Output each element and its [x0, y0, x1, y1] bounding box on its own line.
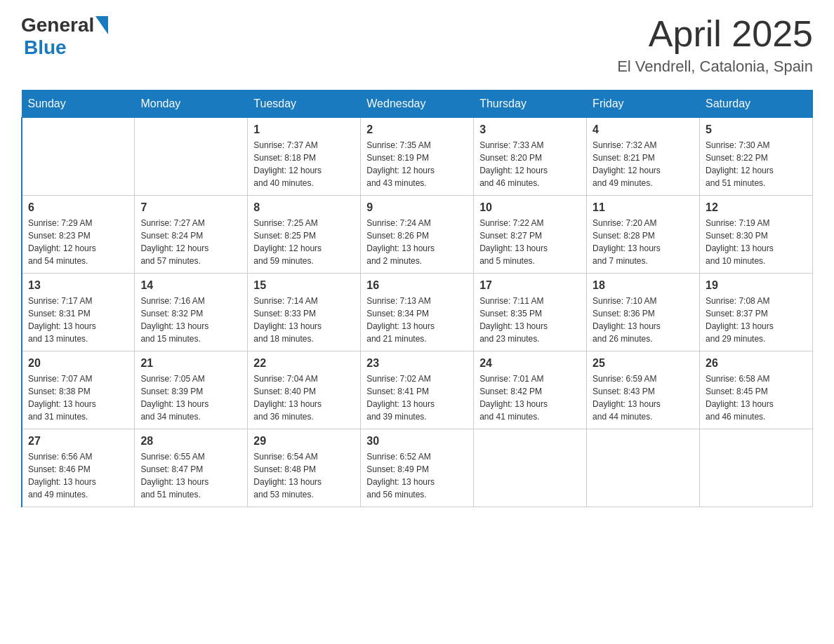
calendar-cell: 28Sunrise: 6:55 AM Sunset: 8:47 PM Dayli… — [135, 429, 248, 507]
day-number: 9 — [366, 201, 468, 214]
week-row-2: 6Sunrise: 7:29 AM Sunset: 8:23 PM Daylig… — [22, 196, 813, 274]
calendar-subtitle: El Vendrell, Catalonia, Spain — [617, 58, 813, 76]
calendar-cell: 19Sunrise: 7:08 AM Sunset: 8:37 PM Dayli… — [700, 274, 813, 351]
day-number: 8 — [253, 201, 355, 214]
day-info: Sunrise: 7:25 AM Sunset: 8:25 PM Dayligh… — [253, 217, 355, 267]
calendar-cell: 22Sunrise: 7:04 AM Sunset: 8:40 PM Dayli… — [248, 351, 361, 429]
day-number: 3 — [479, 123, 581, 136]
calendar-cell: 7Sunrise: 7:27 AM Sunset: 8:24 PM Daylig… — [135, 196, 248, 274]
day-number: 21 — [140, 357, 241, 370]
calendar-table: SundayMondayTuesdayWednesdayThursdayFrid… — [21, 90, 813, 507]
day-info: Sunrise: 7:13 AM Sunset: 8:34 PM Dayligh… — [366, 295, 468, 345]
logo-flag-icon — [95, 16, 108, 34]
calendar-cell: 26Sunrise: 6:58 AM Sunset: 8:45 PM Dayli… — [700, 351, 813, 429]
calendar-cell: 24Sunrise: 7:01 AM Sunset: 8:42 PM Dayli… — [474, 351, 587, 429]
logo-general-text: General — [21, 14, 94, 36]
svg-marker-0 — [95, 16, 108, 34]
calendar-cell: 17Sunrise: 7:11 AM Sunset: 8:35 PM Dayli… — [474, 274, 587, 351]
day-number: 1 — [253, 123, 355, 136]
calendar-cell: 14Sunrise: 7:16 AM Sunset: 8:32 PM Dayli… — [135, 274, 248, 351]
calendar-cell: 18Sunrise: 7:10 AM Sunset: 8:36 PM Dayli… — [587, 274, 700, 351]
day-number: 10 — [479, 201, 581, 214]
day-number: 20 — [28, 357, 128, 370]
day-number: 25 — [593, 357, 694, 370]
calendar-cell — [587, 429, 700, 507]
day-info: Sunrise: 7:24 AM Sunset: 8:26 PM Dayligh… — [366, 217, 468, 267]
day-info: Sunrise: 6:55 AM Sunset: 8:47 PM Dayligh… — [140, 450, 241, 501]
day-info: Sunrise: 7:22 AM Sunset: 8:27 PM Dayligh… — [479, 217, 581, 267]
calendar-cell: 21Sunrise: 7:05 AM Sunset: 8:39 PM Dayli… — [135, 351, 248, 429]
week-row-5: 27Sunrise: 6:56 AM Sunset: 8:46 PM Dayli… — [22, 429, 813, 507]
day-number: 2 — [366, 123, 468, 136]
calendar-cell: 16Sunrise: 7:13 AM Sunset: 8:34 PM Dayli… — [361, 274, 474, 351]
day-info: Sunrise: 7:19 AM Sunset: 8:30 PM Dayligh… — [706, 217, 807, 267]
day-info: Sunrise: 7:32 AM Sunset: 8:21 PM Dayligh… — [593, 139, 694, 189]
day-info: Sunrise: 7:11 AM Sunset: 8:35 PM Dayligh… — [479, 295, 581, 345]
weekday-header-row: SundayMondayTuesdayWednesdayThursdayFrid… — [22, 90, 813, 118]
week-row-4: 20Sunrise: 7:07 AM Sunset: 8:38 PM Dayli… — [22, 351, 813, 429]
calendar-cell: 29Sunrise: 6:54 AM Sunset: 8:48 PM Dayli… — [248, 429, 361, 507]
calendar-cell: 25Sunrise: 6:59 AM Sunset: 8:43 PM Dayli… — [587, 351, 700, 429]
day-info: Sunrise: 7:20 AM Sunset: 8:28 PM Dayligh… — [593, 217, 694, 267]
calendar-cell: 9Sunrise: 7:24 AM Sunset: 8:26 PM Daylig… — [361, 196, 474, 274]
day-info: Sunrise: 7:14 AM Sunset: 8:33 PM Dayligh… — [253, 295, 355, 345]
weekday-header-friday: Friday — [587, 90, 700, 118]
day-info: Sunrise: 7:17 AM Sunset: 8:31 PM Dayligh… — [28, 295, 128, 345]
day-number: 4 — [593, 123, 694, 136]
day-info: Sunrise: 7:27 AM Sunset: 8:24 PM Dayligh… — [140, 217, 241, 267]
day-number: 29 — [253, 435, 355, 448]
day-info: Sunrise: 7:04 AM Sunset: 8:40 PM Dayligh… — [253, 373, 355, 423]
day-info: Sunrise: 7:30 AM Sunset: 8:22 PM Dayligh… — [706, 139, 807, 189]
day-number: 23 — [366, 357, 468, 370]
calendar-cell: 8Sunrise: 7:25 AM Sunset: 8:25 PM Daylig… — [248, 196, 361, 274]
day-number: 14 — [140, 279, 241, 292]
weekday-header-saturday: Saturday — [700, 90, 813, 118]
day-info: Sunrise: 6:59 AM Sunset: 8:43 PM Dayligh… — [593, 373, 694, 423]
day-number: 18 — [593, 279, 694, 292]
calendar-cell: 12Sunrise: 7:19 AM Sunset: 8:30 PM Dayli… — [700, 196, 813, 274]
day-number: 6 — [28, 201, 128, 214]
calendar-cell: 13Sunrise: 7:17 AM Sunset: 8:31 PM Dayli… — [22, 274, 135, 351]
calendar-cell — [135, 118, 248, 196]
day-number: 26 — [706, 357, 807, 370]
day-info: Sunrise: 7:33 AM Sunset: 8:20 PM Dayligh… — [479, 139, 581, 189]
calendar-cell: 11Sunrise: 7:20 AM Sunset: 8:28 PM Dayli… — [587, 196, 700, 274]
day-info: Sunrise: 7:10 AM Sunset: 8:36 PM Dayligh… — [593, 295, 694, 345]
day-number: 13 — [28, 279, 128, 292]
day-info: Sunrise: 6:58 AM Sunset: 8:45 PM Dayligh… — [706, 373, 807, 423]
calendar-title: April 2025 — [617, 14, 813, 54]
day-number: 22 — [253, 357, 355, 370]
day-info: Sunrise: 6:52 AM Sunset: 8:49 PM Dayligh… — [366, 450, 468, 501]
day-number: 16 — [366, 279, 468, 292]
logo: General Blue — [21, 14, 108, 59]
calendar-cell: 3Sunrise: 7:33 AM Sunset: 8:20 PM Daylig… — [474, 118, 587, 196]
calendar-cell: 5Sunrise: 7:30 AM Sunset: 8:22 PM Daylig… — [700, 118, 813, 196]
calendar-cell: 30Sunrise: 6:52 AM Sunset: 8:49 PM Dayli… — [361, 429, 474, 507]
logo-blue-text: Blue — [24, 36, 67, 58]
page-header: General Blue April 2025 El Vendrell, Cat… — [21, 14, 813, 76]
day-info: Sunrise: 7:05 AM Sunset: 8:39 PM Dayligh… — [140, 373, 241, 423]
calendar-cell — [700, 429, 813, 507]
day-info: Sunrise: 6:54 AM Sunset: 8:48 PM Dayligh… — [253, 450, 355, 501]
calendar-cell: 10Sunrise: 7:22 AM Sunset: 8:27 PM Dayli… — [474, 196, 587, 274]
day-number: 12 — [706, 201, 807, 214]
day-number: 28 — [140, 435, 241, 448]
calendar-cell: 6Sunrise: 7:29 AM Sunset: 8:23 PM Daylig… — [22, 196, 135, 274]
weekday-header-tuesday: Tuesday — [248, 90, 361, 118]
calendar-cell — [474, 429, 587, 507]
day-number: 24 — [479, 357, 581, 370]
weekday-header-monday: Monday — [135, 90, 248, 118]
day-number: 5 — [706, 123, 807, 136]
day-number: 15 — [253, 279, 355, 292]
day-info: Sunrise: 7:08 AM Sunset: 8:37 PM Dayligh… — [706, 295, 807, 345]
day-number: 11 — [593, 201, 694, 214]
weekday-header-wednesday: Wednesday — [361, 90, 474, 118]
calendar-cell: 20Sunrise: 7:07 AM Sunset: 8:38 PM Dayli… — [22, 351, 135, 429]
day-info: Sunrise: 7:37 AM Sunset: 8:18 PM Dayligh… — [253, 139, 355, 189]
week-row-3: 13Sunrise: 7:17 AM Sunset: 8:31 PM Dayli… — [22, 274, 813, 351]
day-number: 27 — [28, 435, 128, 448]
day-info: Sunrise: 7:35 AM Sunset: 8:19 PM Dayligh… — [366, 139, 468, 189]
day-info: Sunrise: 7:01 AM Sunset: 8:42 PM Dayligh… — [479, 373, 581, 423]
day-number: 17 — [479, 279, 581, 292]
calendar-cell: 27Sunrise: 6:56 AM Sunset: 8:46 PM Dayli… — [22, 429, 135, 507]
